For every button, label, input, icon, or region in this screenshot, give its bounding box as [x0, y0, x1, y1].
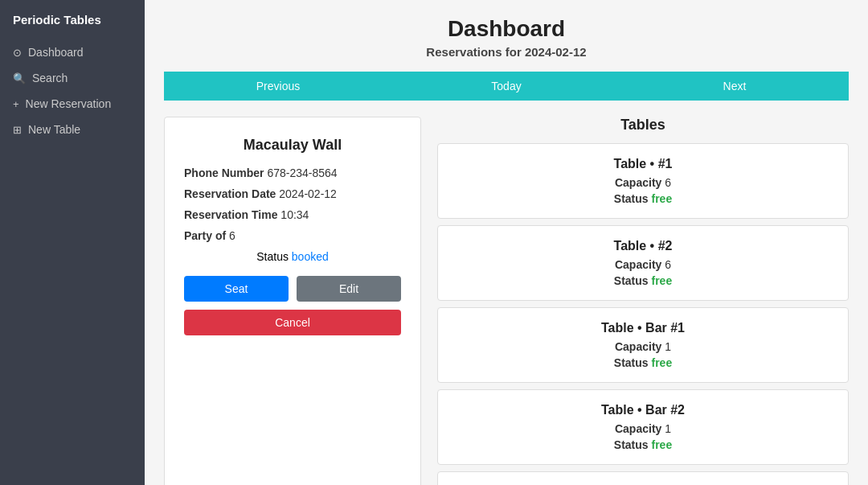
- sidebar-item-label-dashboard: Dashboard: [28, 46, 84, 59]
- table-icon: ⊞: [13, 124, 22, 136]
- table-name: Table • Bar #2: [454, 403, 832, 417]
- date-label: Reservation Date: [184, 187, 276, 200]
- date-value: 2024-02-12: [279, 187, 337, 200]
- time-value: 10:34: [280, 208, 309, 221]
- nav-buttons: Previous Today Next: [164, 72, 849, 101]
- status-value: booked: [292, 250, 329, 263]
- table-card: Table • Bar #1 Capacity 1 Status free: [437, 307, 849, 383]
- table-capacity: Capacity 1: [454, 422, 832, 435]
- sidebar: Periodic Tables ⊙ Dashboard 🔍 Search + N…: [0, 0, 145, 485]
- table-capacity: Capacity 6: [454, 176, 832, 189]
- tables-panel: Tables Table • #1 Capacity 6 Status free…: [437, 117, 849, 485]
- plus-icon: +: [13, 98, 19, 110]
- sidebar-item-label-new-table: New Table: [28, 123, 80, 136]
- sidebar-item-label-new-reservation: New Reservation: [26, 97, 112, 110]
- content-area: Macaulay Wall Phone Number 678-234-8564 …: [164, 117, 849, 485]
- subtitle-date: 2024-02-12: [525, 45, 587, 59]
- time-label: Reservation Time: [184, 208, 277, 221]
- table-card: Table • #1 Capacity 6 Status free: [437, 143, 849, 219]
- table-status: Status free: [454, 438, 832, 451]
- table-card: Table • Bar #2 Capacity 1 Status free: [437, 389, 849, 465]
- table-name: Table • Bar #1: [454, 321, 832, 335]
- reservation-card: Macaulay Wall Phone Number 678-234-8564 …: [164, 117, 421, 485]
- reservation-time-field: Reservation Time 10:34: [184, 208, 401, 221]
- reservation-party-field: Party of 6: [184, 229, 401, 242]
- sidebar-item-new-reservation[interactable]: + New Reservation: [0, 91, 145, 117]
- reservation-name: Macaulay Wall: [184, 137, 401, 154]
- table-status: Status free: [454, 356, 832, 369]
- sidebar-item-new-table[interactable]: ⊞ New Table: [0, 117, 145, 142]
- table-capacity: Capacity 1: [454, 340, 832, 353]
- main-content: Dashboard Reservations for 2024-02-12 Pr…: [145, 0, 868, 485]
- table-name: Table • #1: [454, 157, 832, 171]
- subtitle-prefix: Reservations for: [426, 45, 525, 59]
- table-name: Table • #2: [454, 239, 832, 253]
- party-label: Party of: [184, 229, 226, 242]
- table-card: Table • #2 Capacity 6 Status free: [437, 225, 849, 301]
- edit-button[interactable]: Edit: [297, 276, 401, 302]
- sidebar-title: Periodic Tables: [0, 13, 145, 39]
- page-title: Dashboard: [164, 16, 849, 42]
- sidebar-item-search[interactable]: 🔍 Search: [0, 65, 145, 91]
- cancel-button[interactable]: Cancel: [184, 310, 401, 335]
- previous-button[interactable]: Previous: [164, 72, 392, 101]
- search-icon: 🔍: [13, 72, 26, 84]
- next-button[interactable]: Next: [620, 72, 849, 101]
- action-buttons: Seat Edit: [184, 276, 401, 302]
- seat-button[interactable]: Seat: [184, 276, 289, 302]
- today-button[interactable]: Today: [392, 72, 620, 101]
- status-label: Status: [256, 250, 289, 263]
- table-card: Table • test table Capacity 12 Status fr…: [437, 471, 849, 485]
- dashboard-icon: ⊙: [13, 47, 22, 59]
- tables-title: Tables: [437, 117, 849, 134]
- page-subtitle: Reservations for 2024-02-12: [164, 45, 849, 59]
- table-capacity: Capacity 6: [454, 258, 832, 271]
- table-status: Status free: [454, 274, 832, 287]
- reservation-date-field: Reservation Date 2024-02-12: [184, 187, 401, 200]
- phone-label: Phone Number: [184, 166, 264, 179]
- reservation-phone-field: Phone Number 678-234-8564: [184, 166, 401, 179]
- phone-value: 678-234-8564: [267, 166, 337, 179]
- sidebar-item-label-search: Search: [32, 72, 68, 84]
- sidebar-item-dashboard[interactable]: ⊙ Dashboard: [0, 39, 145, 65]
- tables-list: Table • #1 Capacity 6 Status free Table …: [437, 143, 849, 485]
- reservation-status-field: Status booked: [184, 250, 401, 263]
- party-value: 6: [229, 229, 235, 242]
- table-status: Status free: [454, 192, 832, 205]
